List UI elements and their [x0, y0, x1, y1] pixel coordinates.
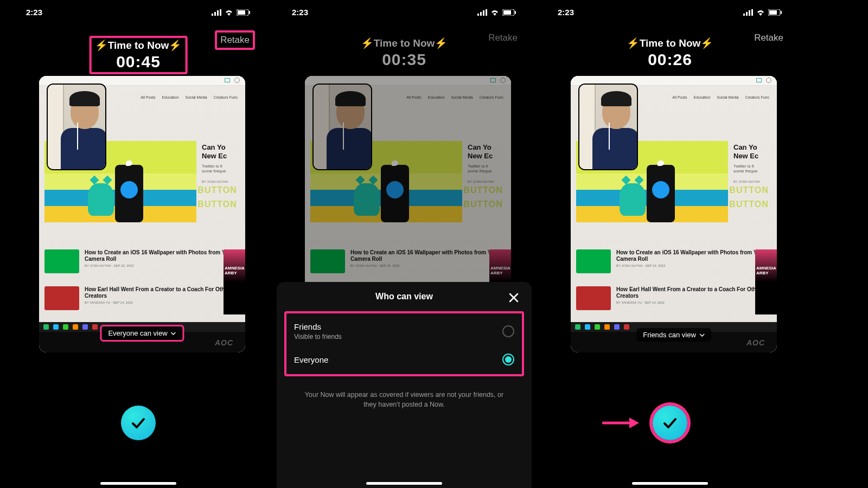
now-title: ⚡Time to Now⚡: [95, 39, 182, 52]
option-friends[interactable]: Friends Visible to friends: [286, 316, 522, 347]
chevron-down-icon: [699, 333, 705, 337]
screenshot-1: 2:23 ⚡Time to Now⚡ 00:45 Retake All Post…: [11, 0, 266, 488]
post-button[interactable]: [121, 406, 156, 440]
close-icon: [508, 292, 520, 304]
screenshot-3: 2:23 ⚡Time to Now⚡ 00:26 Retake All Post…: [542, 0, 797, 488]
option-everyone[interactable]: Everyone: [286, 347, 522, 372]
visibility-selector[interactable]: Friends can view: [636, 328, 711, 342]
svg-rect-20: [781, 11, 782, 14]
option-everyone-label: Everyone: [294, 355, 328, 364]
status-bar: 2:23: [11, 8, 266, 17]
svg-rect-8: [480, 12, 482, 16]
now-title: ⚡Time to Now⚡: [627, 37, 714, 49]
cellular-icon: [212, 9, 221, 16]
battery-icon: [768, 9, 782, 16]
chevron-down-icon: [171, 332, 176, 335]
svg-rect-5: [238, 10, 245, 15]
svg-rect-14: [743, 14, 745, 16]
retake-button[interactable]: Retake: [485, 30, 521, 46]
svg-rect-19: [769, 10, 777, 15]
wifi-icon: [490, 9, 499, 16]
check-icon: [661, 414, 679, 432]
status-bar: 2:23: [542, 8, 797, 17]
status-bar: 2:23: [277, 8, 532, 17]
captured-photo[interactable]: All Posts Education Social Media Creator…: [571, 76, 777, 352]
cellular-icon: [743, 9, 753, 16]
wifi-icon: [756, 9, 765, 16]
svg-rect-6: [249, 11, 250, 14]
svg-rect-13: [515, 11, 516, 14]
svg-rect-2: [217, 10, 219, 16]
countdown-timer: 00:26: [627, 50, 714, 69]
screenshot-2: 2:23 ⚡Time to Now⚡ 00:35 Retake All Post…: [277, 0, 532, 488]
svg-rect-17: [751, 9, 753, 16]
arrow-right-icon: [602, 416, 640, 429]
front-camera-inset: [312, 84, 372, 170]
retake-button[interactable]: Retake: [215, 30, 255, 50]
countdown-header: ⚡Time to Now⚡ 00:26: [623, 36, 717, 70]
visibility-options: Friends Visible to friends Everyone: [284, 311, 524, 376]
status-time: 2:23: [292, 8, 308, 17]
battery-icon: [237, 9, 251, 16]
status-indicators: [212, 8, 251, 17]
visibility-selector[interactable]: Everyone can view: [100, 325, 184, 342]
visibility-label: Friends can view: [643, 331, 696, 339]
battery-icon: [502, 9, 516, 16]
radio-selected-icon: [502, 354, 514, 365]
close-button[interactable]: [508, 292, 520, 304]
post-button[interactable]: [653, 406, 687, 440]
home-indicator[interactable]: [366, 482, 442, 485]
svg-rect-12: [503, 10, 511, 15]
svg-rect-3: [220, 9, 221, 16]
svg-rect-0: [212, 14, 213, 16]
option-friends-sub: Visible to friends: [294, 333, 342, 341]
wifi-icon: [225, 9, 233, 16]
home-indicator[interactable]: [100, 482, 176, 485]
front-camera-inset[interactable]: [47, 84, 106, 170]
now-title: ⚡Time to Now⚡: [361, 37, 448, 49]
captured-photo[interactable]: All Posts Education Social Media Creator…: [39, 76, 245, 352]
status-time: 2:23: [558, 8, 574, 17]
check-icon: [129, 414, 148, 432]
countdown-header: ⚡Time to Now⚡ 00:45: [90, 36, 188, 74]
visibility-label: Everyone can view: [108, 329, 167, 337]
status-indicators: [743, 8, 782, 17]
svg-rect-9: [483, 10, 484, 16]
front-camera-inset[interactable]: [578, 84, 638, 170]
svg-rect-16: [749, 10, 750, 16]
countdown-timer: 00:45: [95, 53, 182, 71]
sheet-title: Who can view: [277, 292, 532, 301]
radio-unselected-icon: [502, 325, 514, 337]
cellular-icon: [477, 9, 487, 16]
status-time: 2:23: [26, 8, 42, 17]
svg-rect-10: [486, 9, 487, 16]
countdown-header: ⚡Time to Now⚡ 00:35: [358, 36, 451, 70]
visibility-sheet: Who can view Friends Visible to friends …: [277, 282, 532, 488]
home-indicator[interactable]: [632, 482, 708, 485]
annotation-arrow: [602, 416, 640, 429]
status-indicators: [477, 8, 516, 17]
svg-rect-7: [477, 14, 479, 16]
sheet-note: Your Now will appear as covered if viewe…: [298, 390, 510, 409]
svg-rect-15: [746, 12, 748, 16]
countdown-timer: 00:35: [361, 50, 448, 69]
retake-button[interactable]: Retake: [751, 30, 787, 46]
svg-rect-1: [214, 12, 216, 16]
option-friends-label: Friends: [294, 322, 342, 331]
